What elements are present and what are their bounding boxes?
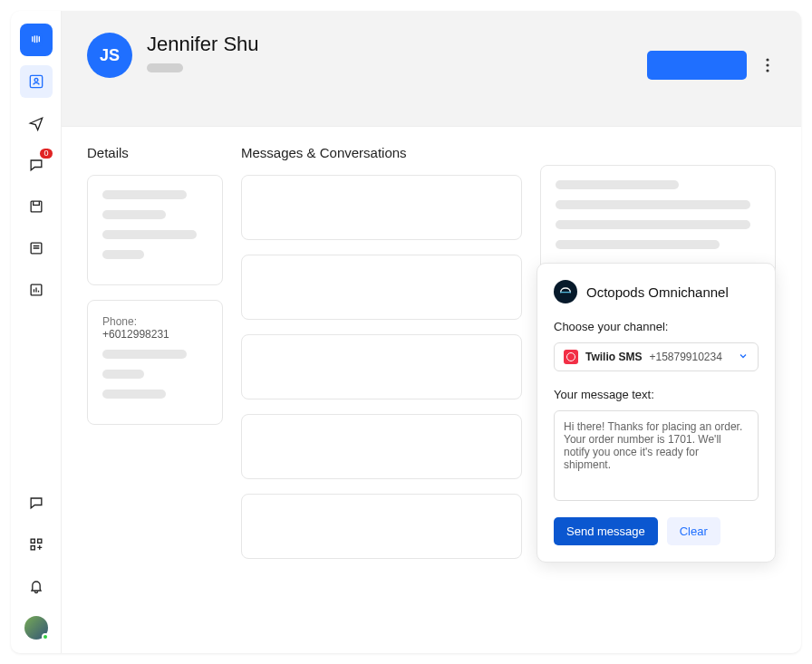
nav-notifications[interactable] bbox=[20, 570, 53, 602]
send-message-button[interactable]: Send message bbox=[554, 517, 658, 545]
svg-rect-8 bbox=[31, 546, 34, 550]
svg-point-10 bbox=[766, 63, 768, 66]
nav-reports[interactable] bbox=[20, 274, 53, 306]
phone-label: Phone: bbox=[102, 315, 137, 328]
phone-value: +6012998231 bbox=[102, 328, 169, 341]
messages-heading: Messages & Conversations bbox=[241, 145, 522, 160]
main-area: JS Jennifer Shu Details bbox=[62, 11, 801, 653]
clear-button[interactable]: Clear bbox=[667, 517, 720, 545]
nav-contacts[interactable] bbox=[20, 65, 53, 98]
profile-header: JS Jennifer Shu bbox=[62, 11, 801, 127]
profile-avatar: JS bbox=[87, 33, 132, 78]
choose-channel-label: Choose your channel: bbox=[554, 320, 759, 333]
svg-rect-3 bbox=[31, 201, 42, 212]
svg-point-2 bbox=[34, 79, 38, 82]
contact-card: Phone: +6012998231 bbox=[87, 300, 223, 425]
phone-row: Phone: +6012998231 bbox=[102, 315, 208, 341]
svg-rect-6 bbox=[31, 539, 34, 543]
intercom-icon bbox=[27, 31, 45, 49]
message-card[interactable] bbox=[241, 255, 522, 320]
message-text-label: Your message text: bbox=[554, 388, 759, 401]
message-card[interactable] bbox=[241, 334, 522, 399]
nav-inbox[interactable]: 0 bbox=[20, 149, 53, 181]
summary-card bbox=[540, 165, 776, 275]
svg-rect-7 bbox=[37, 539, 41, 543]
details-card bbox=[87, 175, 223, 285]
conversation-icon bbox=[27, 156, 45, 174]
nav-send[interactable] bbox=[20, 107, 53, 140]
apps-icon bbox=[27, 535, 45, 553]
chart-icon bbox=[27, 281, 45, 299]
save-icon bbox=[27, 197, 45, 216]
nav-save[interactable] bbox=[20, 190, 53, 223]
avatar-icon bbox=[24, 616, 48, 640]
svg-point-11 bbox=[766, 69, 768, 72]
profile-subtitle-skeleton bbox=[147, 63, 183, 72]
dots-vertical-icon bbox=[766, 58, 769, 72]
contacts-icon bbox=[27, 72, 45, 91]
twilio-icon bbox=[564, 350, 578, 364]
message-card[interactable] bbox=[241, 494, 522, 559]
chevron-down-icon bbox=[738, 351, 749, 364]
omnichannel-widget: Octopods Omnichannel Choose your channel… bbox=[536, 263, 776, 563]
message-textarea[interactable] bbox=[554, 410, 759, 501]
bell-icon bbox=[27, 577, 45, 595]
message-card[interactable] bbox=[241, 414, 522, 479]
inbox-badge: 0 bbox=[40, 149, 52, 159]
svg-point-9 bbox=[766, 58, 768, 61]
octopods-logo-icon bbox=[554, 280, 577, 303]
channel-number: +15879910234 bbox=[649, 351, 721, 363]
details-heading: Details bbox=[87, 145, 223, 160]
book-icon bbox=[27, 239, 45, 257]
profile-name: Jennifer Shu bbox=[147, 33, 259, 56]
channel-name: Twilio SMS bbox=[585, 351, 642, 363]
widget-title: Octopods Omnichannel bbox=[586, 284, 729, 300]
brand-icon[interactable] bbox=[20, 24, 53, 56]
left-rail: 0 bbox=[11, 11, 62, 653]
chat-icon bbox=[27, 494, 45, 512]
more-menu-button[interactable] bbox=[759, 51, 776, 80]
send-icon bbox=[27, 114, 45, 132]
nav-chat[interactable] bbox=[20, 486, 53, 519]
primary-action-button[interactable] bbox=[647, 51, 747, 80]
user-avatar[interactable] bbox=[20, 611, 53, 644]
nav-apps[interactable] bbox=[20, 528, 53, 561]
nav-book[interactable] bbox=[20, 232, 53, 265]
message-card[interactable] bbox=[241, 175, 522, 240]
channel-select[interactable]: Twilio SMS +15879910234 bbox=[554, 342, 759, 371]
